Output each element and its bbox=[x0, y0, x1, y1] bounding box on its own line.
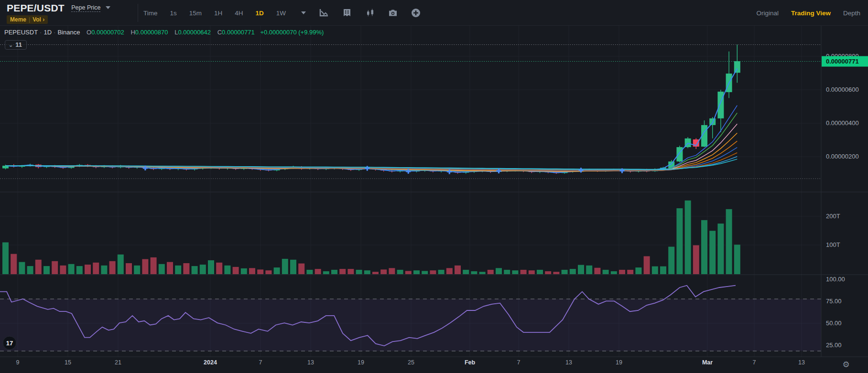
signal-plus-icon bbox=[365, 166, 369, 171]
date-axis-label[interactable]: 19 bbox=[358, 359, 364, 366]
price-axis-label[interactable]: 0.00000600 bbox=[826, 86, 859, 93]
chevron-down-icon: ⌄ bbox=[9, 42, 13, 48]
date-axis-label[interactable]: Mar bbox=[702, 359, 713, 366]
camera-icon[interactable] bbox=[388, 8, 398, 18]
ma-line bbox=[6, 141, 738, 171]
header-divider bbox=[138, 4, 138, 22]
date-axis-label[interactable]: 25 bbox=[408, 359, 414, 366]
volume-bar bbox=[19, 262, 25, 274]
volume-bar bbox=[545, 271, 551, 274]
volume-bar bbox=[553, 272, 559, 274]
rsi-axis-label[interactable]: 50.00 bbox=[826, 320, 842, 327]
volume-bar bbox=[405, 271, 412, 274]
close-key: C bbox=[217, 29, 222, 36]
volume-axis-label[interactable]: 200T bbox=[826, 213, 840, 220]
volume-bar bbox=[717, 224, 724, 274]
tab-1d-active[interactable]: 1D bbox=[256, 10, 264, 17]
volume-bar bbox=[282, 259, 288, 274]
rsi-axis-label[interactable]: 75.00 bbox=[826, 298, 842, 305]
date-axis-label[interactable]: 7 bbox=[753, 359, 756, 366]
date-axis-label[interactable]: 9 bbox=[16, 359, 20, 366]
volume-bar bbox=[586, 266, 592, 274]
timeframe-more-chevron-icon[interactable] bbox=[301, 11, 306, 14]
line-chart-style-icon[interactable] bbox=[319, 8, 329, 18]
chart-canvas[interactable]: 0.000008000.000006000.000004000.00000200… bbox=[0, 26, 868, 373]
volume-bar bbox=[2, 242, 9, 274]
volume-bar bbox=[323, 271, 329, 274]
settings-gear-icon[interactable]: ⚙ bbox=[842, 360, 849, 369]
date-axis-label[interactable]: 13 bbox=[565, 359, 572, 366]
volume-bar bbox=[331, 270, 337, 274]
volume-bar bbox=[521, 270, 527, 274]
pair-subtitle[interactable]: Pepe Price bbox=[71, 4, 100, 12]
compare-candles-icon[interactable] bbox=[365, 8, 375, 18]
tab-1s[interactable]: 1s bbox=[170, 10, 177, 17]
volume-bar bbox=[175, 266, 181, 274]
chart-svg[interactable]: 0.000008000.000006000.000004000.00000200… bbox=[0, 26, 868, 373]
volume-bar bbox=[726, 209, 732, 274]
add-plus-circle-icon[interactable] bbox=[411, 8, 421, 18]
volume-bar bbox=[635, 267, 641, 274]
volume-bar bbox=[380, 269, 387, 274]
ma-line bbox=[6, 68, 738, 172]
tab-trading-view-active[interactable]: Trading View bbox=[791, 10, 831, 17]
volume-bar bbox=[306, 270, 313, 274]
volume-bar bbox=[676, 208, 683, 274]
ohlc-info-line: PEPEUSDT·1D·Binance O0.00000702 H0.00000… bbox=[4, 29, 324, 36]
price-axis-label[interactable]: 0.00000400 bbox=[826, 119, 859, 127]
tab-original[interactable]: Original bbox=[756, 10, 779, 17]
date-axis-label[interactable]: Feb bbox=[465, 359, 476, 366]
tag-meme[interactable]: Meme bbox=[10, 16, 26, 23]
volume-bar bbox=[347, 269, 354, 274]
date-axis-label[interactable]: 13 bbox=[307, 359, 314, 366]
tab-1h[interactable]: 1H bbox=[214, 10, 222, 17]
volume-bar bbox=[562, 270, 568, 274]
indicator-legend-toggle-button[interactable]: ⌄11 bbox=[5, 40, 27, 50]
tab-4h[interactable]: 4H bbox=[235, 10, 243, 17]
volume-bar bbox=[685, 201, 691, 274]
volume-bar bbox=[208, 260, 214, 274]
high-key: H bbox=[130, 29, 135, 36]
tab-1w[interactable]: 1W bbox=[276, 10, 286, 17]
volume-bar bbox=[668, 247, 674, 274]
volume-axis-label[interactable]: 100T bbox=[826, 241, 840, 248]
date-axis-label[interactable]: 13 bbox=[798, 359, 805, 366]
price-axis-label[interactable]: 0.00000200 bbox=[826, 153, 859, 160]
pair-block: PEPE/USDT Pepe Price bbox=[7, 2, 110, 14]
volume-bar bbox=[644, 256, 650, 274]
rsi-axis-label[interactable]: 100.00 bbox=[826, 276, 845, 283]
candle-body bbox=[734, 61, 740, 73]
date-axis-label[interactable]: 2024 bbox=[204, 359, 217, 366]
close-value: 0.00000771 bbox=[222, 29, 255, 36]
date-axis-label[interactable]: 15 bbox=[65, 359, 71, 366]
volume-bar bbox=[93, 263, 99, 274]
volume-bar bbox=[627, 270, 633, 274]
volume-bar bbox=[249, 268, 255, 274]
ma-line bbox=[6, 106, 738, 172]
tab-15m[interactable]: 15m bbox=[189, 10, 202, 17]
view-mode-tabs: Original Trading View Depth bbox=[756, 0, 860, 26]
volume-bar bbox=[603, 270, 609, 274]
volume-bar bbox=[512, 270, 518, 274]
volume-bar bbox=[430, 270, 436, 274]
tag-divider: | bbox=[29, 16, 30, 23]
low-value: 0.00000642 bbox=[178, 29, 211, 36]
date-axis-label[interactable]: 19 bbox=[616, 359, 622, 366]
tag-vol-link[interactable]: Vol › bbox=[33, 16, 44, 23]
date-axis-label[interactable]: 21 bbox=[115, 359, 121, 366]
rsi-axis-label[interactable]: 25.00 bbox=[826, 341, 842, 349]
date-axis-label[interactable]: 7 bbox=[517, 359, 521, 366]
indicators-icon[interactable] bbox=[342, 8, 352, 18]
pair-price-dropdown[interactable]: Pepe Price bbox=[71, 3, 110, 11]
header-bar: PEPE/USDT Pepe Price Meme|Vol › Time 1s … bbox=[0, 0, 868, 26]
volume-bar bbox=[693, 245, 699, 275]
volume-bar bbox=[463, 270, 469, 274]
tab-depth[interactable]: Depth bbox=[843, 10, 860, 17]
tab-time[interactable]: Time bbox=[143, 10, 158, 17]
chevron-down-icon bbox=[106, 6, 110, 9]
volume-bar bbox=[413, 270, 420, 274]
category-tags[interactable]: Meme|Vol › bbox=[7, 15, 48, 24]
date-axis-label[interactable]: 7 bbox=[259, 359, 262, 366]
volume-bar bbox=[109, 261, 116, 274]
volume-bar bbox=[479, 272, 486, 274]
